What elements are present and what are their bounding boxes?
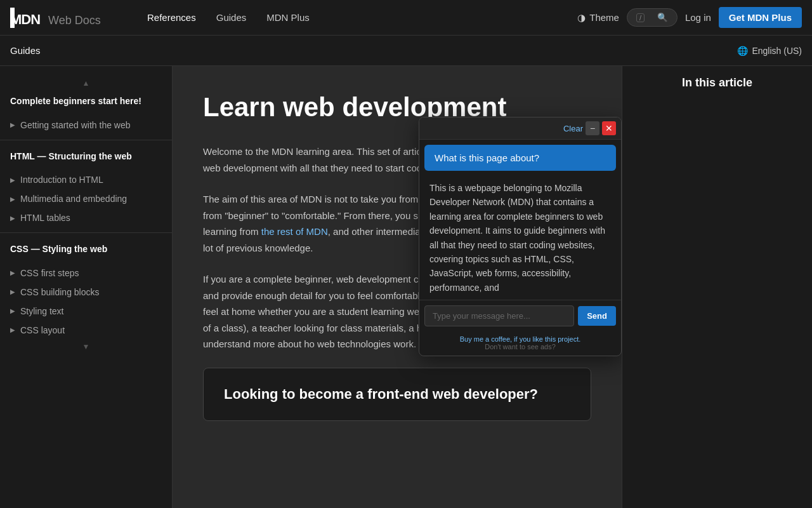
sidebar-item-css-building-blocks[interactable]: ▶ CSS building blocks [0,283,172,302]
sidebar-item-label-3: Multimedia and embedding [20,194,127,204]
right-panel-title: In this article [632,76,802,90]
language-label: English (US) [752,46,802,56]
chat-send-button[interactable]: Send [578,306,616,326]
sidebar-item-html-tables[interactable]: ▶ HTML tables [0,208,172,227]
chat-input[interactable] [424,305,574,326]
sidebar-item-styling-text[interactable]: ▶ Styling text [0,302,172,321]
svg-text:MDN: MDN [10,11,40,27]
chat-footer: Buy me a coffee, if you like this projec… [419,331,621,356]
content-area: Learn web development Welcome to the MDN… [173,66,622,508]
arrow-icon-6: ▶ [10,288,15,295]
sidebar-item-label-5: CSS first steps [20,268,79,278]
arrow-icon-7: ▶ [10,307,15,314]
chat-input-area: Send [419,300,621,331]
nav-guides[interactable]: Guides [209,8,254,27]
sidebar-item-intro-html[interactable]: ▶ Introduction to HTML [0,170,172,189]
chat-toolbar: Clear − ✕ [419,117,621,140]
top-nav: MDN Web Docs _ References Guides MDN Plu… [0,0,812,36]
arrow-icon-8: ▶ [10,326,15,333]
sidebar-scroll-down: ▼ [0,340,172,354]
sidebar-item-label-6: CSS building blocks [20,287,100,297]
arrow-icon: ▶ [10,121,15,128]
svg-text:_: _ [118,15,124,29]
nav-links: References Guides MDN Plus [140,8,562,27]
article-para-2-link[interactable]: the rest of MDN [261,226,328,237]
highlight-box-title: Looking to become a front-end web develo… [224,386,570,403]
logo[interactable]: MDN Web Docs _ [10,6,124,29]
arrow-icon-3: ▶ [10,196,15,203]
sidebar-section-html: HTML — Structuring the web [0,145,172,171]
sidebar-item-css-layout[interactable]: ▶ CSS layout [0,321,172,340]
login-button[interactable]: Log in [685,12,711,23]
logo-svg: MDN Web Docs _ [10,6,124,29]
nav-mdn-plus[interactable]: MDN Plus [259,8,317,27]
right-panel: In this article [622,66,812,508]
chat-answer: This is a webpage belonging to Mozilla D… [419,176,621,300]
main-layout: ▲ Complete beginners start here! ▶ Getti… [0,66,812,508]
chat-minimize-button[interactable]: − [586,121,599,135]
sidebar-section-css: CSS — Styling the web [0,238,172,264]
theme-button[interactable]: ◑ Theme [577,12,619,23]
chat-close-button[interactable]: ✕ [602,121,616,135]
sidebar: ▲ Complete beginners start here! ▶ Getti… [0,66,173,508]
sidebar-item-getting-started[interactable]: ▶ Getting started with the web [0,116,172,135]
arrow-icon-2: ▶ [10,177,15,184]
search-slash-icon: / [636,13,645,22]
search-button[interactable]: / 🔍 [627,8,678,27]
sidebar-divider-2 [0,232,172,233]
globe-icon: 🌐 [737,46,748,56]
chat-clear-button[interactable]: Clear [563,124,583,133]
nav-references[interactable]: References [140,8,204,27]
chat-footer-link[interactable]: Buy me a coffee, if you like this projec… [460,335,581,343]
mdn-plus-button[interactable]: Get MDN Plus [719,7,802,28]
theme-label: Theme [589,12,619,23]
theme-icon: ◑ [577,12,586,23]
arrow-icon-5: ▶ [10,269,15,276]
nav-right: ◑ Theme / 🔍 Log in Get MDN Plus [577,7,802,28]
guides-bar: Guides 🌐 English (US) [0,36,812,66]
highlight-box: Looking to become a front-end web develo… [203,368,591,421]
sidebar-divider-1 [0,140,172,140]
search-icon: 🔍 [657,13,668,22]
svg-text:Web Docs: Web Docs [48,14,101,27]
chat-question: What is this page about? [424,145,616,171]
chat-footer-dismiss: Don't want to see ads? [485,343,556,351]
sidebar-item-label: Getting started with the web [20,120,131,130]
sidebar-item-label-4: HTML tables [20,213,70,223]
sidebar-item-multimedia[interactable]: ▶ Multimedia and embedding [0,189,172,208]
sidebar-item-css-first-steps[interactable]: ▶ CSS first steps [0,264,172,283]
sidebar-section-beginners: Complete beginners start here! [0,90,172,116]
chat-widget: Clear − ✕ What is this page about? This … [419,117,622,356]
sidebar-item-label-8: CSS layout [20,325,65,335]
guides-bar-label: Guides [10,45,41,56]
sidebar-item-label-2: Introduction to HTML [20,175,103,185]
language-button[interactable]: 🌐 English (US) [737,46,802,56]
sidebar-scroll-up: ▲ [0,76,172,90]
sidebar-item-label-7: Styling text [20,306,63,316]
arrow-icon-4: ▶ [10,215,15,222]
